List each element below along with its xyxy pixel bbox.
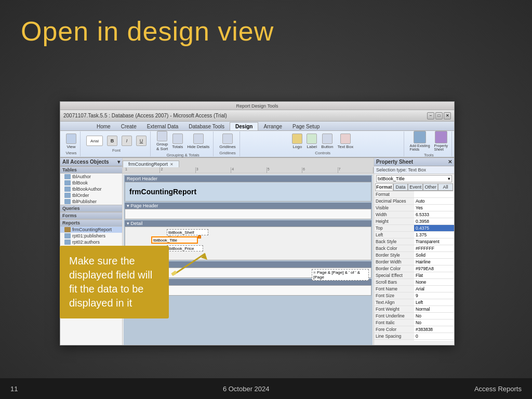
selection-type: Selection type: Text Box: [374, 166, 454, 174]
ribbon-tab-bar: Home Create External Data Database Tools…: [60, 122, 454, 131]
property-row: Is HyperlinkNo: [374, 340, 454, 341]
nav-item-frmcountingreport[interactable]: frmCountingReport: [60, 227, 122, 233]
report-tools-bar: Report Design Tools: [60, 102, 454, 110]
view-button[interactable]: View: [64, 133, 78, 150]
underline-button[interactable]: U: [135, 135, 148, 147]
dropdown-arrow: ▾: [448, 176, 450, 181]
property-tabs: Format Data Event Other All: [375, 183, 453, 191]
svg-rect-2: [171, 271, 177, 276]
pencil-icon: [169, 248, 210, 280]
title-bar: 20071107.Task.5.5 : Database (Access 200…: [60, 110, 454, 122]
prop-tab-data[interactable]: Data: [393, 183, 408, 191]
report-tab-frmcountingreport[interactable]: frmCountingReport ✕: [123, 161, 179, 167]
report-title-field[interactable]: frmCountingReport: [125, 182, 371, 201]
report-header-label[interactable]: Report Header: [125, 176, 371, 182]
footer-page-field: = Page & [Page] & ' of ' & [Page: [312, 269, 369, 281]
group-sort-button[interactable]: Group& Sort: [155, 130, 169, 152]
nav-section-forms[interactable]: Forms: [60, 212, 122, 219]
prop-tab-format[interactable]: Format: [375, 183, 393, 191]
window-controls: − □ ✕: [427, 112, 451, 119]
gridlines-button[interactable]: Gridlines: [218, 133, 237, 150]
nav-section-tables[interactable]: Tables: [60, 166, 122, 174]
tab-design[interactable]: Design: [230, 122, 258, 130]
selection-handle[interactable]: [198, 235, 201, 238]
property-row: Decimal PlacesAuto: [374, 198, 454, 205]
detail-label[interactable]: ▾ Detail: [125, 220, 371, 227]
report-header-section: Report Header frmCountingReport: [125, 176, 371, 202]
property-row: Font Size9: [374, 292, 454, 299]
nav-item-tblauthor[interactable]: tblAuthor: [60, 174, 122, 180]
shelf-number-field: tblBook_Shelf Number: [167, 229, 208, 235]
nav-item-tblorder[interactable]: tblOrder: [60, 192, 122, 198]
tab-close-icon[interactable]: ✕: [170, 162, 174, 167]
bottom-bar: 11 6 October 2024 Access Reports: [0, 378, 532, 399]
nav-section-reports[interactable]: Reports: [60, 219, 122, 227]
add-existing-fields-button[interactable]: Add ExistingFields: [408, 130, 432, 152]
property-row: Top0.4375: [374, 225, 454, 232]
property-row: Font ItalicNo: [374, 320, 454, 326]
property-sheet-close[interactable]: ✕: [448, 159, 452, 165]
nav-section-queries[interactable]: Queries: [60, 205, 122, 212]
totals-button[interactable]: Totals: [170, 133, 184, 150]
report-header-body: frmCountingReport: [125, 182, 371, 202]
minimize-button[interactable]: −: [427, 112, 434, 119]
property-sheet-panel: Property Sheet ✕ Selection type: Text Bo…: [374, 158, 454, 345]
label-button[interactable]: Label: [305, 133, 318, 150]
prop-tab-all[interactable]: All: [438, 183, 453, 191]
callout-box: Make sure the displayed field will fit t…: [60, 246, 169, 318]
tab-arrange[interactable]: Arrange: [258, 122, 287, 130]
property-row: Border StyleSolid: [374, 252, 454, 259]
property-row: Left1.375: [374, 232, 454, 238]
ruler: 1 2 3 4 5 6 7: [123, 167, 374, 174]
ribbon-group-views: View Views: [62, 131, 81, 156]
property-row: Scroll BarsNone: [374, 279, 454, 286]
property-sheet-button[interactable]: PropertySheet: [433, 130, 449, 152]
property-row: Border Color#979EA8: [374, 265, 454, 272]
logo-button[interactable]: Logo: [290, 133, 304, 150]
page-header-section: ▾ Page Header: [125, 203, 371, 219]
ribbon-group-font: Arial B I U Font: [83, 131, 151, 156]
prop-tab-other[interactable]: Other: [423, 183, 438, 191]
italic-button[interactable]: I: [120, 135, 134, 147]
tab-external-data[interactable]: External Data: [142, 122, 184, 130]
nav-item-tblpublisher[interactable]: tblPublisher: [60, 198, 122, 205]
hide-details-button[interactable]: Hide Details: [185, 133, 211, 150]
page-header-label[interactable]: ▾ Page Header: [125, 203, 371, 209]
property-row: Font UnderlineNo: [374, 313, 454, 320]
bold-button[interactable]: B: [105, 135, 119, 147]
property-sheet-header: Property Sheet ✕: [374, 158, 454, 166]
window-title: 20071107.Task.5.5 : Database (Access 200…: [63, 113, 227, 118]
property-row: Special EffectFlat: [374, 272, 454, 279]
font-select[interactable]: Arial: [85, 135, 104, 147]
ribbon-group-controls: Logo Label Button Text Box Controls: [242, 131, 404, 156]
property-row: Font WeightNormal: [374, 306, 454, 313]
tab-create[interactable]: Create: [116, 122, 142, 130]
ribbon-body: View Views Arial B I U Font Group& Sort …: [60, 131, 454, 158]
title-field[interactable]: tblBook_Title: [151, 236, 198, 244]
slide-number: 11: [10, 385, 18, 393]
nav-item-tblbookauthor[interactable]: tblBookAuthor: [60, 186, 122, 192]
property-row: Width6.5333: [374, 211, 454, 218]
report-tab-bar: frmCountingReport ✕: [123, 158, 374, 167]
nav-panel-header: All Access Objects ▾: [60, 158, 122, 166]
property-row: VisibleYes: [374, 205, 454, 211]
prop-tab-event[interactable]: Event: [408, 183, 423, 191]
close-button[interactable]: ✕: [444, 112, 451, 119]
property-row: Font NameArial: [374, 286, 454, 292]
ribbon-group-tools: Add ExistingFields PropertySheet Tools: [406, 131, 452, 156]
nav-item-rpt01[interactable]: rpt01:publishers: [60, 233, 122, 239]
nav-item-rpt02[interactable]: rpt02:authors: [60, 239, 122, 245]
tab-home[interactable]: Home: [91, 122, 116, 130]
tab-database-tools[interactable]: Database Tools: [183, 122, 230, 130]
page-header-body: [125, 209, 371, 219]
tab-page-setup[interactable]: Page Setup: [287, 122, 325, 130]
footer-topic: Access Reports: [474, 385, 522, 393]
property-row: Line Spacing0: [374, 333, 454, 340]
button-button[interactable]: Button: [320, 133, 335, 150]
maximize-button[interactable]: □: [435, 112, 443, 119]
property-row: Back Color#FFFFFF: [374, 245, 454, 252]
nav-item-tblbook[interactable]: tblBook: [60, 180, 122, 186]
textbox-button[interactable]: Text Box: [336, 133, 355, 150]
prop-name-dropdown[interactable]: txtBook_Title ▾: [376, 175, 452, 182]
property-row: Border WidthHairline: [374, 259, 454, 265]
